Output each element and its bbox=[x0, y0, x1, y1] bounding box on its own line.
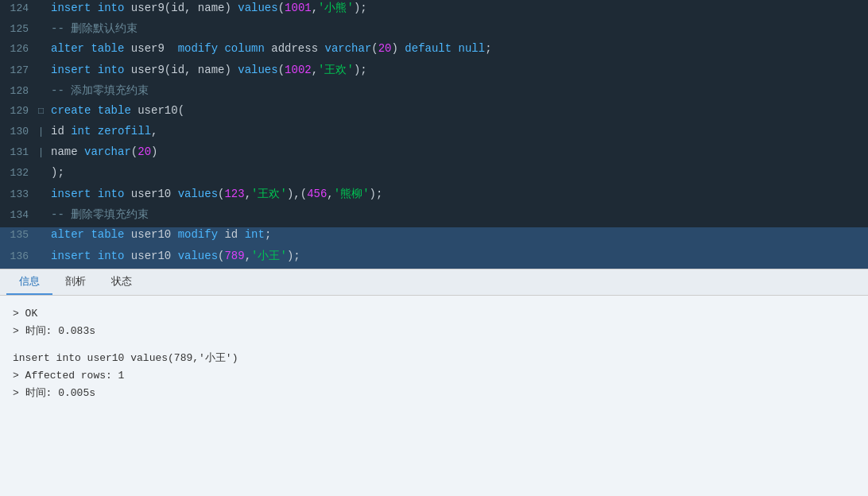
tab-状态[interactable]: 状态 bbox=[99, 269, 145, 295]
token-kw-number: 20 bbox=[138, 145, 151, 158]
token-kw-plain: , bbox=[312, 2, 318, 14]
token-kw-blue: insert into bbox=[51, 64, 131, 76]
code-line: 136insert into user10 values(789,'小王'); bbox=[0, 248, 868, 269]
token-kw-blue: varchar bbox=[324, 42, 371, 55]
code-line: 128-- 添加零填充约束 bbox=[0, 83, 868, 103]
token-kw-blue: create table bbox=[51, 104, 138, 117]
line-content: -- 删除默认约束 bbox=[51, 21, 868, 36]
token-kw-string: '王欢' bbox=[318, 64, 354, 76]
token-kw-string: '熊柳' bbox=[334, 188, 370, 200]
line-gutter: | bbox=[38, 126, 51, 138]
token-kw-blue: varchar bbox=[84, 145, 131, 158]
token-kw-plain: , bbox=[245, 188, 251, 200]
token-kw-plain: , bbox=[327, 188, 333, 200]
token-kw-blue: insert into bbox=[51, 2, 131, 14]
line-content: insert into user10 values(123,'王欢'),(456… bbox=[51, 187, 868, 201]
line-number: 126 bbox=[0, 43, 38, 55]
line-number: 125 bbox=[0, 23, 38, 35]
token-kw-blue: values bbox=[178, 188, 218, 200]
line-number: 133 bbox=[0, 188, 38, 200]
token-kw-comment: -- 删除默认约束 bbox=[51, 22, 138, 35]
token-kw-number: 123 bbox=[224, 188, 244, 200]
token-kw-plain: , bbox=[245, 250, 251, 262]
line-content: ); bbox=[51, 166, 868, 179]
token-kw-blue: values bbox=[178, 250, 218, 262]
tab-信息[interactable]: 信息 bbox=[6, 269, 52, 295]
token-kw-plain: ); bbox=[354, 64, 367, 76]
token-kw-number: 20 bbox=[378, 42, 392, 55]
token-kw-plain: ); bbox=[287, 250, 300, 262]
token-kw-plain: user10 bbox=[131, 250, 178, 262]
line-number: 128 bbox=[0, 85, 38, 97]
line-number: 131 bbox=[0, 146, 38, 158]
code-line: 126alter table user9 modify column addre… bbox=[0, 41, 868, 62]
panel-separator bbox=[13, 340, 855, 350]
line-gutter: □ bbox=[38, 106, 51, 117]
token-kw-string: '小王' bbox=[251, 250, 287, 262]
token-kw-number: 1002 bbox=[285, 64, 312, 76]
token-kw-plain: user9(id, name) bbox=[131, 64, 238, 76]
code-line: 134-- 删除零填充约束 bbox=[0, 207, 868, 227]
line-content: create table user10( bbox=[51, 104, 868, 117]
token-kw-plain: user10 bbox=[131, 188, 178, 200]
token-kw-plain: user9 bbox=[131, 42, 178, 55]
line-number: 135 bbox=[0, 229, 38, 241]
line-number: 134 bbox=[0, 209, 38, 221]
line-number: 130 bbox=[0, 126, 38, 138]
token-kw-plain: name bbox=[51, 145, 84, 158]
line-content: alter table user10 modify id int; bbox=[51, 228, 868, 241]
panel-line: > 时间: 0.005s bbox=[13, 385, 855, 402]
token-kw-plain: ( bbox=[131, 145, 138, 158]
token-kw-plain: ( bbox=[278, 2, 285, 14]
code-line: 131|name varchar(20) bbox=[0, 145, 868, 165]
line-content: id int zerofill, bbox=[51, 125, 868, 138]
token-kw-comment: -- 删除零填充约束 bbox=[51, 208, 149, 221]
line-content: -- 删除零填充约束 bbox=[51, 207, 868, 222]
token-kw-string: '小熊' bbox=[318, 2, 354, 14]
code-line: 135alter table user10 modify id int; bbox=[0, 227, 868, 248]
line-number: 129 bbox=[0, 105, 38, 117]
tabs-bar: 信息剖析状态 bbox=[0, 269, 868, 296]
line-number: 124 bbox=[0, 2, 38, 14]
code-line: 132); bbox=[0, 165, 868, 186]
line-content: alter table user9 modify column address … bbox=[51, 42, 868, 55]
token-kw-blue: values bbox=[238, 2, 277, 14]
line-content: -- 添加零填充约束 bbox=[51, 83, 868, 98]
token-kw-blue: modify column bbox=[178, 42, 272, 55]
token-kw-plain: ) bbox=[151, 145, 157, 158]
token-kw-blue: alter table bbox=[51, 42, 131, 55]
token-kw-plain: ); bbox=[370, 188, 383, 200]
code-line: 124insert into user9(id, name) values(10… bbox=[0, 0, 868, 21]
token-kw-blue: values bbox=[238, 64, 277, 76]
panel-line: insert into user10 values(789,'小王') bbox=[13, 350, 855, 367]
token-kw-blue: insert into bbox=[51, 188, 131, 200]
line-gutter: | bbox=[38, 147, 51, 158]
token-kw-plain: ),( bbox=[287, 188, 307, 200]
line-number: 132 bbox=[0, 167, 38, 179]
token-kw-blue: int zerofill bbox=[71, 125, 151, 138]
token-kw-plain: address bbox=[271, 42, 324, 55]
token-kw-blue: modify bbox=[178, 228, 225, 241]
tab-剖析[interactable]: 剖析 bbox=[52, 269, 99, 295]
token-kw-blue: alter table bbox=[51, 228, 131, 241]
token-kw-plain: ) bbox=[392, 42, 405, 55]
token-kw-plain: ; bbox=[485, 42, 491, 55]
token-kw-plain: id bbox=[224, 228, 244, 241]
token-kw-number: 456 bbox=[307, 188, 327, 200]
line-number: 136 bbox=[0, 250, 38, 262]
token-kw-blue: insert into bbox=[51, 250, 131, 262]
token-kw-plain: id bbox=[51, 125, 71, 138]
token-kw-plain: , bbox=[151, 125, 157, 138]
panel-content: > OK> 时间: 0.083sinsert into user10 value… bbox=[0, 296, 868, 496]
line-content: insert into user10 values(789,'小王'); bbox=[51, 249, 868, 263]
code-line: 127insert into user9(id, name) values(10… bbox=[0, 62, 868, 83]
token-kw-plain: user9(id, name) bbox=[131, 2, 238, 14]
token-kw-string: '王欢' bbox=[251, 188, 287, 200]
line-content: name varchar(20) bbox=[51, 145, 868, 158]
bottom-panel: 信息剖析状态 > OK> 时间: 0.083sinsert into user1… bbox=[0, 269, 868, 496]
token-kw-plain: user10( bbox=[138, 104, 184, 117]
line-number: 127 bbox=[0, 64, 38, 76]
code-line: 129□create table user10( bbox=[0, 103, 868, 124]
panel-line: > 时间: 0.083s bbox=[13, 323, 855, 340]
token-kw-plain: ); bbox=[354, 2, 367, 14]
